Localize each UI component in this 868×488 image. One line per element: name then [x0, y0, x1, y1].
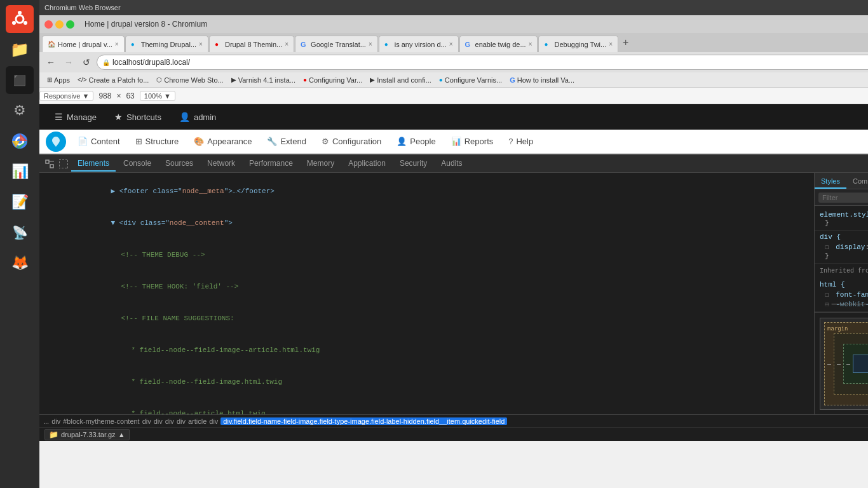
breadcrumb-article[interactable]: article [188, 417, 207, 425]
devtools-tab-performance[interactable]: Performance [243, 156, 299, 172]
browser-title: Home | drupal version 8 - Chromium [85, 20, 207, 29]
tab-6[interactable]: G enable twig de... × [459, 36, 538, 52]
back-btn[interactable]: ← [43, 55, 58, 70]
window-minimize-btn[interactable] [55, 20, 64, 29]
devtools-tab-audits[interactable]: Audits [435, 156, 468, 172]
nav-content[interactable]: 📄 Content [70, 130, 128, 153]
nav-extend[interactable]: 🔧 Extend [259, 130, 313, 153]
breadcrumb-div-5[interactable]: div [177, 417, 186, 425]
tab-close-6[interactable]: × [529, 41, 532, 48]
nav-reports[interactable]: 📊 Reports [444, 130, 501, 153]
bookmark-apps[interactable]: ⊞ Apps [44, 76, 72, 85]
ubuntu-logo-icon[interactable] [6, 5, 34, 33]
files-icon[interactable]: 📁 [6, 36, 34, 64]
reports-icon: 📊 [451, 137, 461, 146]
settings-icon[interactable]: ⚙ [6, 97, 34, 125]
tab-favicon-2: ● [131, 41, 139, 48]
breadcrumb-div-4[interactable]: div [165, 417, 174, 425]
html-line-5[interactable]: <!-- FILE NAME SUGGESTIONS: [39, 302, 814, 334]
drupal-logo[interactable] [46, 132, 66, 152]
html-line-4[interactable]: <!-- THEME HOOK: 'field' --> [39, 271, 814, 302]
admin-user-menu-item[interactable]: 👤 admin [170, 104, 225, 130]
bookmark-2-label: Create a Patch fo... [89, 76, 149, 84]
writer-icon[interactable]: 📝 [6, 188, 34, 216]
style-prop-text-size-adjust: ☐ -webkit-text-size-adjust: 100%; [820, 299, 868, 309]
forward-btn[interactable]: → [61, 55, 76, 70]
styles-tab-computed[interactable]: Computed [846, 175, 868, 189]
shortcuts-menu-item[interactable]: ★ Shortcuts [105, 104, 170, 130]
address-bar[interactable]: 🔒 localhost/drupal8.local/ ☆ [97, 55, 868, 70]
bookmark-3[interactable]: ⬡ Chrome Web Sto... [154, 76, 226, 85]
tab-2[interactable]: ● Theming Drupal... × [125, 36, 208, 52]
breadcrumb-div-3[interactable]: div [154, 417, 163, 425]
styles-tab-styles[interactable]: Styles [815, 175, 846, 189]
breadcrumb-ellipsis[interactable]: ... [43, 417, 49, 425]
devtools-tab-elements[interactable]: Elements [71, 156, 116, 172]
nav-structure[interactable]: ⊞ Structure [128, 130, 187, 153]
tab-7[interactable]: ● Debugging Twi... × [538, 36, 618, 52]
terminal-icon[interactable]: ⬛ [6, 66, 34, 94]
html-line-8[interactable]: * field--node--article.html.twig [39, 398, 814, 414]
styles-filter-input[interactable] [818, 193, 868, 203]
devtools-inspect-btn[interactable] [43, 158, 56, 170]
bookmark-2[interactable]: </> Create a Patch fo... [75, 76, 151, 85]
devtools-tab-application[interactable]: Application [342, 156, 392, 172]
bookmark-4[interactable]: ▶ Varnish 4.1 insta... [229, 76, 298, 85]
html-line-1[interactable]: ▶ <footer class="node__meta">…</footer> [39, 175, 814, 207]
nav-configuration[interactable]: ⚙ Configuration [314, 130, 389, 153]
devtools-panel: Elements Console Sources Network Perform… [39, 154, 868, 427]
manage-menu-item[interactable]: ☰ Manage [46, 104, 105, 130]
window-maximize-btn[interactable] [66, 20, 74, 29]
devtools-tab-network[interactable]: Network [201, 156, 241, 172]
bookmark-5[interactable]: ● Configuring Var... [301, 76, 365, 85]
tab-3[interactable]: ● Drupal 8 Themin... × [209, 36, 294, 52]
tab-close-2[interactable]: × [199, 41, 203, 48]
firefox-icon[interactable]: 🦊 [6, 249, 34, 277]
devtools-select-btn[interactable] [57, 158, 70, 170]
devtools-tab-console[interactable]: Console [117, 156, 158, 172]
tab-4[interactable]: G Google Translat... × [295, 36, 378, 52]
html-line-6[interactable]: * field--node--field-image--article.html… [39, 334, 814, 366]
breadcrumb-div-6[interactable]: div [209, 417, 218, 425]
breadcrumb-selected-item[interactable]: div.field.field-name-field-image.field-t… [220, 417, 507, 425]
window-close-btn[interactable] [44, 20, 53, 29]
devtools-tab-security[interactable]: Security [393, 156, 433, 172]
bookmark-6[interactable]: ▶ Install and confi... [367, 76, 434, 85]
tab-close-5[interactable]: × [449, 41, 453, 48]
bookmark-8[interactable]: G How to install Va... [507, 76, 577, 85]
filezilla-icon[interactable]: 📡 [6, 219, 34, 247]
nav-appearance[interactable]: 🎨 Appearance [186, 130, 259, 153]
tab-label-1: Home | drupal v... [58, 41, 112, 48]
download-file-item[interactable]: 📁 drupal-7.33.tar.gz ▲ [44, 429, 130, 440]
elements-panel[interactable]: ▶ <footer class="node__meta">…</footer> … [39, 173, 815, 414]
spreadsheet-icon[interactable]: 📊 [6, 158, 34, 186]
tab-close-1[interactable]: × [115, 41, 119, 48]
devtools-tab-memory[interactable]: Memory [301, 156, 341, 172]
styles-filter-bar: :hov .cls + [815, 189, 868, 206]
reload-btn[interactable]: ↺ [79, 55, 94, 70]
configure-var-icon: ● [439, 76, 443, 83]
nav-extend-label: Extend [280, 137, 306, 146]
tab-close-4[interactable]: × [369, 41, 372, 48]
tab-5[interactable]: ● is any virsion d... × [379, 36, 459, 52]
drupal-nav: 📄 Content ⊞ Structure 🎨 Appearance 🔧 Ext… [39, 130, 868, 154]
bookmark-7[interactable]: ● Configure Varnis... [437, 76, 505, 85]
nav-people[interactable]: 👤 People [389, 130, 443, 153]
tab-close-3[interactable]: × [285, 41, 288, 48]
breadcrumb-div-1[interactable]: div [51, 417, 60, 425]
breadcrumb-div-2[interactable]: div [142, 417, 151, 425]
html-line-7[interactable]: * field--node--field-image.html.twig [39, 366, 814, 398]
inherited-from-section: Inherited from html.no-touchevents.detai… [815, 264, 868, 278]
nav-help[interactable]: ? Help [501, 130, 541, 153]
chromium-icon[interactable] [6, 127, 34, 155]
breadcrumb-block[interactable]: #block-mytheme-content [63, 417, 139, 425]
zoom-dropdown[interactable]: 100% ▼ [140, 91, 175, 101]
tab-close-7[interactable]: × [609, 41, 613, 48]
browser-window: Chromium Web Browser ⌨ EN (0:12, 85%) 🔊 … [39, 0, 868, 488]
new-tab-btn[interactable]: + [619, 37, 632, 48]
responsive-dropdown[interactable]: Responsive ▼ [39, 91, 93, 101]
tab-1[interactable]: 🏠 Home | drupal v... × [42, 36, 125, 52]
html-line-2[interactable]: ▼ <div class="node__content"> [39, 207, 814, 239]
html-line-3[interactable]: <!-- THEME DEBUG --> [39, 239, 814, 271]
devtools-tab-sources[interactable]: Sources [159, 156, 200, 172]
